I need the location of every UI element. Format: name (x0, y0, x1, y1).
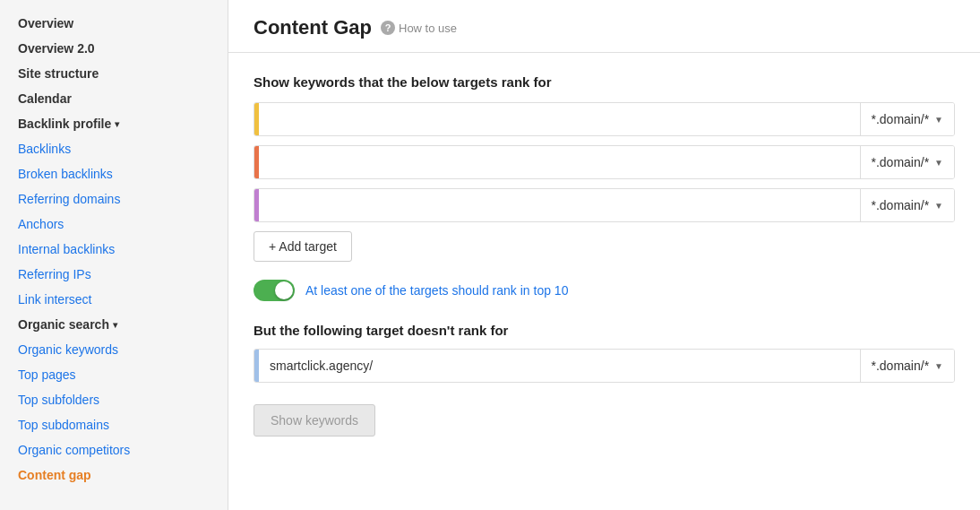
sidebar-item-top-subfolders[interactable]: Top subfolders (0, 387, 228, 412)
target1-dropdown-value: *.domain/* (872, 112, 930, 126)
rank-toggle[interactable] (254, 280, 295, 301)
target-row-1: *.domain/* ▼ (254, 102, 955, 136)
exclude-target-input[interactable] (259, 350, 860, 382)
sidebar-item-content-gap[interactable]: Content gap (0, 462, 228, 488)
page-title: Content Gap (254, 16, 372, 39)
sidebar-item-broken-backlinks[interactable]: Broken backlinks (0, 161, 228, 186)
how-to-use-label: How to use (399, 22, 457, 35)
exclude-target-row: *.domain/* ▼ (254, 349, 955, 383)
main-content: Content Gap ? How to use Show keywords t… (228, 0, 980, 510)
sidebar-item-internal-backlinks[interactable]: Internal backlinks (0, 237, 228, 262)
toggle-label-colored: targets should rank in top 10 (410, 283, 569, 298)
add-target-button[interactable]: + Add target (254, 231, 352, 262)
sidebar-section-organic-search[interactable]: Organic search ▾ (0, 312, 228, 337)
sidebar-section-backlink-profile[interactable]: Backlink profile ▾ (0, 111, 228, 136)
exclude-dropdown-arrow-icon: ▼ (934, 361, 943, 371)
target3-dropdown[interactable]: *.domain/* ▼ (861, 189, 955, 221)
target2-dropdown[interactable]: *.domain/* ▼ (861, 146, 955, 178)
section2-label: But the following target doesn't rank fo… (254, 323, 955, 338)
target3-dropdown-value: *.domain/* (872, 198, 930, 212)
organic-search-label: Organic search (18, 317, 109, 332)
dropdown3-arrow-icon: ▼ (934, 201, 943, 211)
target-row-3: *.domain/* ▼ (254, 188, 955, 222)
sidebar-item-site-structure[interactable]: Site structure (0, 61, 228, 86)
toggle-label: At least one of the targets should rank … (305, 283, 568, 298)
toggle-track[interactable] (254, 280, 295, 301)
target-row-2: *.domain/* ▼ (254, 145, 955, 179)
sidebar-item-referring-ips[interactable]: Referring IPs (0, 262, 228, 287)
sidebar-item-organic-keywords[interactable]: Organic keywords (0, 337, 228, 362)
page-header: Content Gap ? How to use (228, 0, 980, 53)
sidebar-item-overview2[interactable]: Overview 2.0 (0, 36, 228, 61)
sidebar-item-anchors[interactable]: Anchors (0, 212, 228, 237)
sidebar-item-referring-domains[interactable]: Referring domains (0, 186, 228, 212)
dropdown2-arrow-icon: ▼ (934, 158, 943, 168)
sidebar-item-overview[interactable]: Overview (0, 11, 228, 36)
show-keywords-label: Show keywords (271, 413, 358, 428)
chevron-down-icon2: ▾ (113, 320, 117, 330)
sidebar: Overview Overview 2.0 Site structure Cal… (0, 0, 228, 510)
toggle-row: At least one of the targets should rank … (254, 280, 955, 301)
sidebar-item-calendar[interactable]: Calendar (0, 86, 228, 111)
how-to-use-link[interactable]: ? How to use (381, 21, 457, 35)
sidebar-item-organic-competitors[interactable]: Organic competitors (0, 437, 228, 462)
target2-input[interactable] (259, 146, 860, 178)
sidebar-item-backlinks[interactable]: Backlinks (0, 136, 228, 161)
sidebar-item-top-pages[interactable]: Top pages (0, 362, 228, 387)
dropdown1-arrow-icon: ▼ (934, 115, 943, 125)
target1-dropdown[interactable]: *.domain/* ▼ (861, 103, 955, 135)
exclude-dropdown[interactable]: *.domain/* ▼ (861, 350, 955, 382)
show-keywords-button[interactable]: Show keywords (254, 404, 375, 437)
add-target-label: + Add target (269, 239, 337, 254)
backlink-profile-label: Backlink profile (18, 117, 111, 131)
sidebar-item-link-intersect[interactable]: Link intersect (0, 287, 228, 312)
toggle-thumb (275, 281, 293, 299)
help-icon: ? (381, 21, 395, 35)
section1-label: Show keywords that the below targets ran… (254, 74, 955, 90)
sidebar-item-top-subdomains[interactable]: Top subdomains (0, 412, 228, 437)
chevron-down-icon: ▾ (115, 119, 119, 129)
target1-input[interactable] (259, 103, 860, 135)
target3-input[interactable] (259, 189, 860, 221)
target2-dropdown-value: *.domain/* (872, 155, 930, 169)
main-body: Show keywords that the below targets ran… (228, 53, 980, 458)
exclude-dropdown-value: *.domain/* (872, 359, 930, 373)
